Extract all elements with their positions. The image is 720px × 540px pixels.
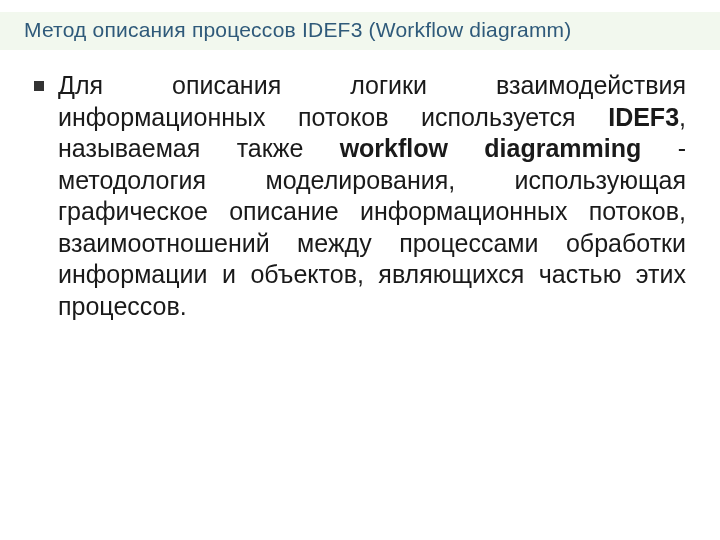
title-band: Метод описания процессов IDEF3 (Workflow…: [0, 12, 720, 50]
bullet-item: Для описания логики взаимодействия инфор…: [34, 70, 686, 322]
text-segment: Для описания логики взаимодействия инфор…: [58, 71, 686, 131]
body-paragraph: Для описания логики взаимодействия инфор…: [58, 70, 686, 322]
bullet-marker: [34, 81, 44, 91]
slide: Метод описания процессов IDEF3 (Workflow…: [0, 0, 720, 540]
text-bold-idef3: IDEF3: [608, 103, 679, 131]
body-area: Для описания логики взаимодействия инфор…: [34, 70, 686, 322]
slide-title: Метод описания процессов IDEF3 (Workflow…: [24, 18, 572, 41]
text-bold-workflow: workflow diagramming: [340, 134, 642, 162]
